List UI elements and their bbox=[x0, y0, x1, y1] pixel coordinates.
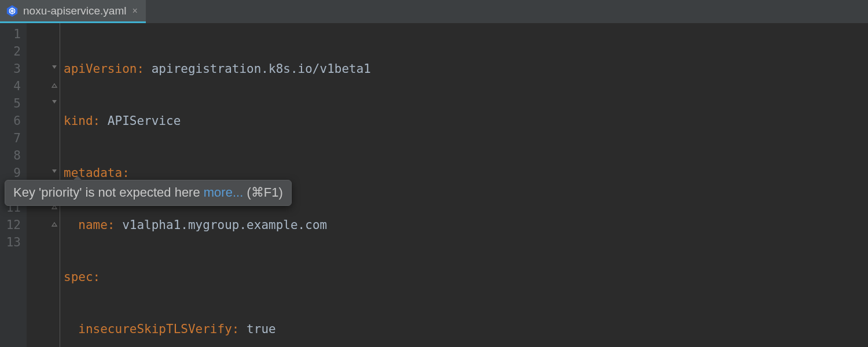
tooltip-more-link[interactable]: more... bbox=[204, 185, 243, 200]
tab-filename: noxu-apiservice.yaml bbox=[23, 5, 126, 17]
yaml-key: kind: bbox=[64, 114, 100, 128]
close-icon[interactable]: × bbox=[131, 6, 138, 16]
tooltip-message: Key 'priority' is not expected here bbox=[13, 185, 204, 200]
line-number: 1 bbox=[0, 25, 27, 43]
fold-toggle-icon[interactable] bbox=[50, 168, 58, 176]
editor[interactable]: 1 2 3 4 5 6 7 8 9 10 11 12 13 apiVersion… bbox=[0, 23, 868, 347]
fold-toggle-icon[interactable] bbox=[50, 98, 58, 106]
yaml-value: true bbox=[239, 322, 275, 336]
code-line[interactable]: apiVersion: apiregistration.k8s.io/v1bet… bbox=[60, 60, 868, 77]
line-number: 4 bbox=[0, 77, 27, 95]
line-number: 7 bbox=[0, 130, 27, 147]
line-number: 3 bbox=[0, 60, 27, 77]
yaml-key: apiVersion: bbox=[64, 62, 144, 76]
tooltip-shortcut: (⌘F1) bbox=[243, 185, 282, 200]
yaml-key: spec: bbox=[64, 270, 100, 284]
line-number: 13 bbox=[0, 234, 27, 251]
code-line[interactable]: name: v1alpha1.mygroup.example.com bbox=[60, 216, 868, 234]
line-number: 8 bbox=[0, 147, 27, 164]
inspection-tooltip: Key 'priority' is not expected here more… bbox=[5, 180, 292, 206]
line-number: 9 bbox=[0, 164, 27, 182]
yaml-value: APIService bbox=[100, 114, 181, 128]
line-number: 6 bbox=[0, 112, 27, 130]
code-line[interactable]: spec: bbox=[60, 268, 868, 286]
fold-end-icon bbox=[50, 220, 58, 228]
code-line[interactable]: insecureSkipTLSVerify: true bbox=[60, 320, 868, 338]
line-number: 12 bbox=[0, 216, 27, 234]
code-line[interactable]: kind: APIService bbox=[60, 112, 868, 130]
yaml-key: insecureSkipTLSVerify: bbox=[78, 322, 239, 336]
kubernetes-icon bbox=[6, 5, 19, 17]
yaml-value: v1alpha1.mygroup.example.com bbox=[115, 218, 328, 232]
line-number: 2 bbox=[0, 43, 27, 60]
tab-active[interactable]: noxu-apiservice.yaml × bbox=[0, 0, 146, 23]
tab-bar: noxu-apiservice.yaml × bbox=[0, 0, 868, 23]
fold-end-icon bbox=[50, 81, 58, 89]
line-number: 5 bbox=[0, 95, 27, 112]
fold-toggle-icon[interactable] bbox=[50, 64, 58, 72]
yaml-key: name: bbox=[78, 218, 115, 232]
code-line[interactable]: metadata: bbox=[60, 164, 868, 182]
yaml-value: apiregistration.k8s.io/v1beta1 bbox=[144, 62, 371, 76]
